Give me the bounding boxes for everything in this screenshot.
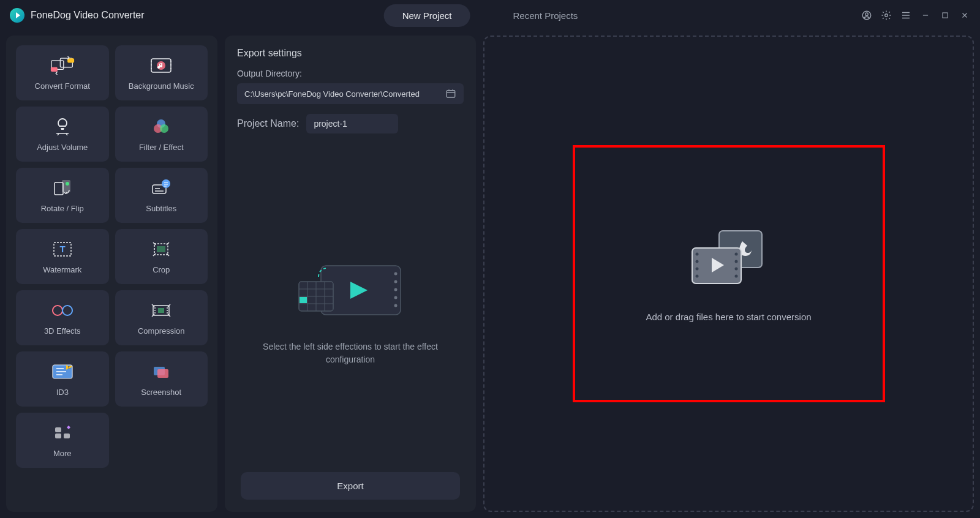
tool-label: More: [53, 449, 72, 458]
svg-point-51: [394, 288, 398, 291]
svg-point-33: [154, 312, 156, 313]
svg-point-34: [167, 307, 168, 309]
svg-text:T: T: [59, 244, 65, 254]
3d-effects-icon: [50, 301, 75, 320]
svg-point-63: [735, 260, 738, 263]
tool-label: Filter / Effect: [139, 143, 184, 152]
svg-rect-27: [157, 246, 165, 252]
svg-rect-37: [158, 308, 164, 313]
svg-rect-45: [64, 434, 70, 438]
more-icon: [50, 423, 75, 443]
crop-icon: [149, 239, 173, 259]
svg-point-18: [160, 124, 168, 133]
tool-watermark[interactable]: T Watermark: [16, 229, 109, 284]
tool-label: Screenshot: [141, 388, 181, 397]
svg-point-60: [696, 267, 699, 270]
tab-recent-projects[interactable]: Recent Projects: [494, 4, 596, 27]
app-title: FoneDog Video Converter: [31, 10, 145, 21]
svg-point-14: [170, 68, 172, 69]
tool-background-music[interactable]: Background Music: [115, 45, 208, 100]
project-name-label: Project Name:: [237, 118, 299, 129]
output-directory-field[interactable]: C:\Users\pc\FoneDog Video Converter\Conv…: [237, 83, 464, 104]
svg-point-52: [394, 296, 398, 299]
browse-folder-icon[interactable]: [445, 88, 456, 99]
svg-rect-55: [300, 297, 307, 303]
export-settings-title: Export settings: [237, 48, 464, 59]
app-logo-icon: [10, 8, 24, 23]
svg-point-59: [696, 260, 699, 263]
tool-label: Subtitles: [146, 204, 176, 213]
tool-crop[interactable]: Crop: [115, 229, 208, 284]
preview-hint-text: Select the left side effections to start…: [258, 340, 442, 366]
tool-screenshot[interactable]: Screenshot: [115, 351, 208, 407]
svg-point-49: [394, 272, 398, 275]
screenshot-icon: [149, 362, 173, 381]
svg-rect-6: [51, 67, 58, 71]
tool-more[interactable]: More: [16, 413, 109, 468]
window-controls: [861, 10, 970, 21]
svg-point-29: [62, 306, 72, 315]
background-music-icon: [149, 56, 173, 75]
settings-icon[interactable]: [881, 10, 892, 21]
project-name-input[interactable]: [306, 114, 398, 133]
tool-label: Rotate / Flip: [41, 204, 84, 213]
tool-adjust-volume[interactable]: Adjust Volume: [16, 107, 109, 162]
output-directory-value: C:\Users\pc\FoneDog Video Converter\Conv…: [244, 89, 420, 99]
export-settings-panel: Export settings Output Directory: C:\Use…: [225, 36, 476, 512]
drop-zone[interactable]: Add or drag files here to start conversi…: [483, 36, 974, 512]
tab-new-project[interactable]: New Project: [384, 4, 470, 27]
tool-filter-effect[interactable]: Filter / Effect: [115, 107, 208, 162]
svg-point-64: [735, 267, 738, 270]
output-directory-label: Output Directory:: [237, 69, 464, 78]
tool-label: Compression: [138, 326, 185, 336]
export-button[interactable]: Export: [241, 472, 460, 500]
tool-3d-effects[interactable]: 3D Effects: [16, 290, 109, 345]
top-tabs: New Project Recent Projects: [384, 4, 597, 27]
watermark-icon: T: [50, 239, 75, 259]
svg-point-31: [154, 307, 156, 309]
rotate-flip-icon: [50, 178, 75, 198]
adjust-volume-icon: [50, 117, 75, 137]
tool-label: Crop: [153, 265, 170, 274]
tool-id3[interactable]: ID3: [16, 351, 109, 407]
drop-zone-illustration-icon: [688, 226, 768, 287]
tool-label: Background Music: [129, 81, 194, 91]
tool-label: Convert Format: [35, 81, 90, 91]
svg-rect-46: [55, 434, 61, 438]
compression-icon: [149, 301, 173, 320]
svg-point-13: [170, 64, 172, 66]
svg-point-23: [162, 179, 170, 188]
svg-point-65: [735, 274, 738, 277]
preview-illustration-icon: [289, 252, 412, 326]
effect-preview-area: Select the left side effections to start…: [237, 146, 464, 472]
tool-convert-format[interactable]: Convert Format: [16, 45, 109, 100]
tool-subtitles[interactable]: Subtitles: [115, 168, 208, 223]
minimize-button[interactable]: [920, 10, 931, 21]
svg-rect-3: [943, 13, 948, 18]
svg-point-58: [696, 252, 699, 255]
svg-point-12: [170, 61, 172, 62]
drop-hint-text: Add or drag files here to start conversi…: [646, 312, 811, 322]
svg-point-28: [53, 306, 62, 315]
tool-compression[interactable]: Compression: [115, 290, 208, 345]
convert-format-icon: [50, 56, 75, 75]
tool-label: ID3: [56, 388, 69, 397]
svg-rect-19: [55, 182, 63, 195]
svg-rect-44: [55, 427, 61, 432]
svg-rect-43: [157, 369, 168, 378]
account-icon[interactable]: [861, 10, 872, 21]
tool-rotate-flip[interactable]: Rotate / Flip: [16, 168, 109, 223]
svg-point-53: [394, 304, 398, 307]
id3-icon: [50, 362, 75, 381]
close-button[interactable]: [959, 10, 970, 21]
svg-point-62: [735, 252, 738, 255]
svg-point-9: [151, 61, 152, 62]
svg-point-61: [696, 274, 699, 277]
menu-icon[interactable]: [900, 10, 911, 21]
svg-point-32: [154, 310, 156, 311]
svg-point-10: [151, 64, 152, 66]
svg-point-21: [66, 182, 69, 186]
svg-point-50: [394, 280, 398, 283]
titlebar: FoneDog Video Converter New Project Rece…: [0, 0, 980, 31]
maximize-button[interactable]: [940, 10, 951, 21]
